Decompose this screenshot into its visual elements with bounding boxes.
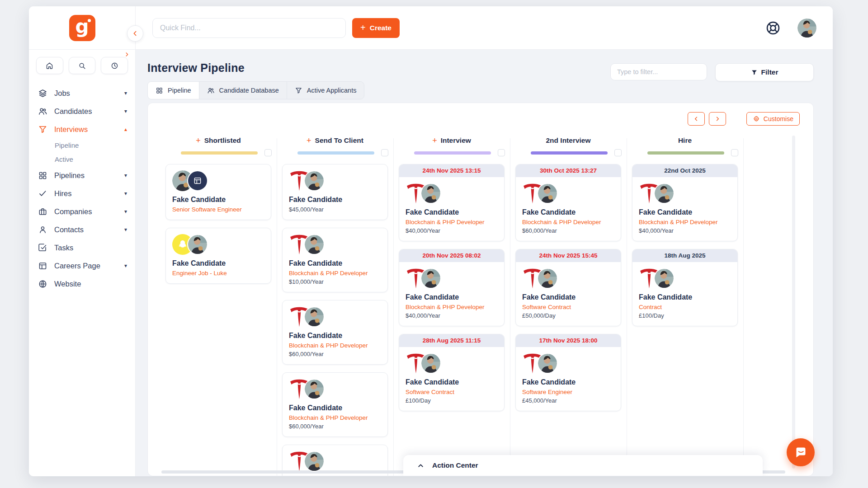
candidate-rate: $45,000/Year [289,206,381,213]
column-color-bar [531,151,608,155]
funnel-icon [295,87,302,94]
candidate-card[interactable]: Fake Candidate Blockchain & PHP Develope… [282,300,388,365]
candidate-card[interactable]: 24th Nov 2025 15:45 Fake Candidate Softw… [515,249,621,326]
vertical-scrollbar[interactable] [792,136,795,469]
sidebar-subitem-active[interactable]: Active [38,152,127,166]
sidebar-collapse-button[interactable] [127,25,143,42]
candidate-card[interactable]: 17th Nov 2025 18:00 Fake Candidate Softw… [515,334,621,411]
history-button[interactable] [101,57,128,74]
people-icon [38,107,47,116]
quick-find-input[interactable] [152,18,346,38]
view-tabs: Pipeline Candidate Database Active Appli… [147,81,364,99]
sidebar-item-jobs[interactable]: Jobs▾ [38,84,127,102]
candidate-card[interactable]: Fake Candidate Engineer Job - Luke [165,228,271,284]
candidate-name: Fake Candidate [406,208,498,216]
candidate-role: Blockchain & PHP Developer [289,270,381,277]
candidate-card[interactable]: Fake Candidate $45,000/Year [282,164,388,220]
clock-icon [110,61,119,70]
sidebar-item-interviews[interactable]: Interviews▴ [38,120,127,138]
action-center-toggle[interactable]: Action Center [403,455,763,476]
sidebar-item-candidates[interactable]: Candidates▾ [38,102,127,120]
hire-date: 18th Aug 2025 [632,249,737,262]
type-to-filter-input[interactable] [610,63,707,80]
candidate-avatar [304,379,325,399]
chat-fab-button[interactable] [787,438,815,466]
sidebar-subitem-pipeline[interactable]: Pipeline [38,138,127,152]
candidate-avatar [537,183,558,204]
grid-icon [38,171,47,180]
candidate-role: Contract [639,304,731,310]
chevron-down-icon: ▾ [124,263,127,269]
candidate-name: Fake Candidate [406,378,498,386]
search-button[interactable] [69,57,96,74]
home-icon [45,61,54,70]
app-logo[interactable]: g [69,15,95,41]
scroll-right-button[interactable] [709,112,726,126]
chevron-down-icon: ▾ [124,190,127,197]
column-shortlisted: +Shortlisted Fake Candidate [164,136,273,476]
column-color-bar [181,151,258,155]
person-icon [38,225,47,235]
column-title: Shortlisted [204,136,241,145]
chevron-down-icon: ▾ [124,172,127,178]
sidebar-item-hires[interactable]: Hires▾ [38,184,127,202]
chevron-up-icon [417,462,425,469]
candidate-rate: £50,000/Day [522,312,614,319]
quick-icons-row [36,57,128,74]
candidate-card[interactable]: 24th Nov 2025 13:15 Fake Candidate Block… [399,164,505,241]
layout-icon [38,261,47,271]
candidate-name: Fake Candidate [639,208,731,216]
briefcase-icon [38,207,47,216]
select-all-checkbox[interactable] [731,149,738,156]
add-card-icon[interactable]: + [307,136,311,145]
customise-button[interactable]: Customise [746,112,800,126]
column-title: Interview [441,136,471,145]
select-all-checkbox[interactable] [264,149,272,156]
tab-pipeline[interactable]: Pipeline [148,82,199,99]
candidate-role: Software Contract [406,389,498,395]
candidate-card[interactable]: Fake Candidate Blockchain & PHP Develope… [282,372,388,437]
people-icon [207,87,215,94]
add-card-icon[interactable]: + [196,136,201,145]
create-button[interactable]: +Create [352,18,400,38]
add-card-icon[interactable]: + [432,136,437,145]
select-all-checkbox[interactable] [498,149,505,156]
select-all-checkbox[interactable] [381,149,388,156]
column-color-bar [297,151,374,155]
candidate-card[interactable]: 30th Oct 2025 13:27 Fake Candidate Block… [515,164,621,241]
sidebar-item-pipelines[interactable]: Pipelines▾ [38,166,127,184]
candidate-avatar [654,268,675,289]
candidate-card[interactable]: 18th Aug 2025 Fake Candidate Contract £1… [632,249,738,326]
candidate-card[interactable]: Fake Candidate Blockchain & PHP Develope… [282,228,388,292]
candidate-card[interactable]: Fake Candidate Senior Software Engineer [165,164,271,220]
candidate-rate: $40,000/Year [406,312,498,319]
home-button[interactable] [36,57,63,74]
candidate-rate: $40,000/Year [406,227,498,234]
filter-button[interactable]: Filter [715,63,814,81]
candidate-rate: £45,000/Year [522,397,614,404]
task-icon [38,243,47,253]
user-avatar[interactable] [797,19,816,38]
candidate-card[interactable]: 22nd Oct 2025 Fake Candidate Blockchain … [632,164,738,241]
help-button[interactable] [765,20,781,36]
candidate-role: Engineer Job - Luke [172,270,264,277]
tab-candidate-database[interactable]: Candidate Database [199,82,287,99]
sidebar-item-tasks[interactable]: Tasks [38,239,127,257]
candidate-name: Fake Candidate [172,259,264,267]
sidebar-item-website[interactable]: Website [38,275,127,293]
more-icons-chevron-icon[interactable] [124,51,130,59]
sidebar-item-careers-page[interactable]: Careers Page▾ [38,257,127,275]
tab-active-applicants[interactable]: Active Applicants [287,82,364,99]
candidate-name: Fake Candidate [522,293,614,301]
candidate-card[interactable]: 20th Nov 2025 08:02 Fake Candidate Block… [399,249,505,326]
sidebar-item-contacts[interactable]: Contacts▾ [38,221,127,239]
column-title: Hire [678,136,692,145]
candidate-card[interactable]: 28th Aug 2025 11:15 Fake Candidate Softw… [399,334,505,411]
sidebar-item-companies[interactable]: Companies▾ [38,202,127,221]
chat-bubble-icon [793,445,808,460]
candidate-name: Fake Candidate [639,293,731,301]
select-all-checkbox[interactable] [614,149,622,156]
candidate-avatar [304,451,325,472]
column-send-to-client: +Send To Client Fake Candidate $45,000/Y… [281,136,389,476]
scroll-left-button[interactable] [688,112,705,126]
